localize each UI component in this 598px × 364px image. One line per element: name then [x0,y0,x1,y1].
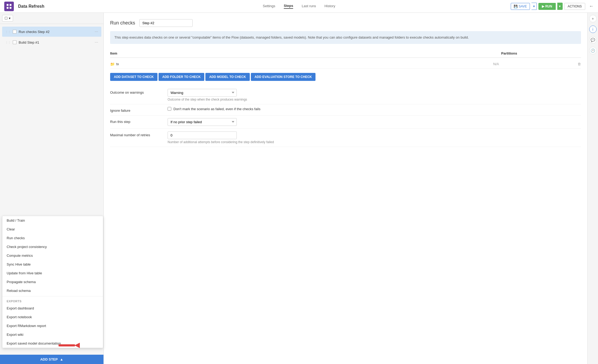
run-button[interactable]: ▶ RUN [538,3,556,10]
add-step-label: ADD STEP [40,357,58,361]
info-text: This step executes data checks on one or… [114,35,469,39]
add-model-button[interactable]: ADD MODEL TO CHECK [205,73,250,81]
svg-marker-4 [74,343,80,348]
top-nav: Settings Steps Last runs History [263,4,335,9]
section-title: Run checks [110,20,135,26]
svg-rect-5 [59,344,75,346]
add-dataset-button[interactable]: ADD DATASET TO CHECK [110,73,157,81]
sidebar: ☐ ▾ ⋮⋮ Run checks Step #2 ··· ⋮⋮ Build S… [0,13,104,364]
nav-settings[interactable]: Settings [263,4,275,9]
max-retries-control: Number of additional attempts before con… [168,131,581,144]
ignore-failure-hint: Don't mark the scenario as failed, even … [173,107,260,111]
outcome-select[interactable]: Warning Error OK [168,89,237,97]
menu-item-export-dashboard[interactable]: Export dashboard [2,304,103,313]
exports-section-label: EXPORTS [2,297,103,304]
menu-item-export-rmarkdown[interactable]: Export RMarkdown report [2,321,103,330]
add-evaluation-button[interactable]: ADD EVALUATION STORE TO CHECK [251,73,316,81]
step-checkbox-1[interactable] [13,40,16,44]
topbar: Data Refresh Settings Steps Last runs Hi… [0,0,598,13]
add-step-button[interactable]: ADD STEP ▲ [0,355,103,364]
run-step-select[interactable]: If no prior step failed Always Never [168,118,237,126]
run-step-row: Run this step If no prior step failed Al… [110,115,581,129]
run-icon: ▶ [542,5,544,8]
app-title: Data Refresh [18,4,44,9]
actions-button[interactable]: ACTIONS [564,3,585,10]
svg-rect-2 [7,7,9,9]
sidebar-top: ☐ ▾ [0,13,103,24]
right-rail: + i 💬 🕐 [587,13,598,364]
info-box: This step executes data checks on one or… [110,31,581,44]
step-label-2: Run checks Step #2 [19,30,93,34]
dropdown-arrow-icon: ▾ [9,16,11,20]
max-retries-input[interactable] [168,131,237,139]
menu-item-check-consistency[interactable]: Check project consistency [2,242,103,251]
step-item-build[interactable]: ⋮⋮ Build Step #1 ··· [2,37,101,47]
step-label-1: Build Step #1 [19,40,93,44]
back-button[interactable]: ← [589,3,594,9]
ignore-failure-checkbox[interactable] [168,107,171,111]
max-retries-row: Maximal number of retries Number of addi… [110,129,581,147]
row-partitions: N/A [493,62,573,66]
nav-last-runs[interactable]: Last runs [302,4,316,9]
checkbox-icon: ☐ [5,16,8,20]
menu-item-build-train[interactable]: Build / Train [2,216,103,225]
col-partitions-header: Partitions [501,51,581,55]
folder-icon: 📁 [110,62,115,66]
save-icon: 💾 [514,5,518,8]
nav-steps[interactable]: Steps [284,4,293,9]
outcome-row: Outcome on warnings Warning Error OK Out… [110,86,581,104]
menu-item-clear[interactable]: Clear [2,225,103,234]
svg-rect-3 [10,7,11,9]
run-step-control: If no prior step failed Always Never [168,118,581,126]
menu-item-propagate-schema[interactable]: Propagate schema [2,278,103,286]
row-item-label: tx [116,62,119,66]
menu-item-export-wiki[interactable]: Export wiki [2,330,103,339]
action-buttons: ADD DATASET TO CHECK ADD FOLDER TO CHECK… [110,73,581,81]
main-layout: ☐ ▾ ⋮⋮ Run checks Step #2 ··· ⋮⋮ Build S… [0,13,598,364]
add-step-arrow-icon: ▲ [60,357,63,361]
delete-row-button[interactable]: 🗑 [573,62,581,66]
form-section: Outcome on warnings Warning Error OK Out… [110,86,581,147]
topbar-actions: 💾 SAVE ▾ ▶ RUN ▾ ACTIONS ← [511,3,594,10]
menu-item-update-hive[interactable]: Update from Hive table [2,269,103,278]
step-item-run-checks[interactable]: ⋮⋮ Run checks Step #2 ··· [2,27,101,37]
rail-add-button[interactable]: + [589,15,597,22]
step-more-button-1[interactable]: ··· [95,40,98,45]
outcome-hint: Outcome of the step when the check produ… [168,98,581,101]
menu-item-reload-schema[interactable]: Reload schema [2,286,103,295]
select-all-checkbox[interactable]: ☐ ▾ [2,15,13,22]
menu-item-compute-metrics[interactable]: Compute metrics [2,251,103,260]
menu-item-export-model-doc[interactable]: Export saved model documentation [2,339,103,348]
rail-clock-button[interactable]: 🕐 [589,47,597,54]
rail-chat-button[interactable]: 💬 [589,36,597,44]
menu-item-sync-hive[interactable]: Sync Hive table [2,260,103,269]
run-step-label: Run this step [110,118,163,124]
col-item-header: Item [110,51,501,55]
drag-handle-icon-1: ⋮⋮ [5,41,11,44]
row-item-name: 📁 tx [110,62,493,66]
ignore-failure-checkbox-row: Don't mark the scenario as failed, even … [168,107,581,111]
max-retries-hint: Number of additional attempts before con… [168,140,581,144]
ignore-failure-control: Don't mark the scenario as failed, even … [168,107,581,111]
run-dropdown-button[interactable]: ▾ [557,3,563,10]
add-step-dropdown: Build / Train Clear Run checks Check pro… [2,216,103,348]
rail-info-button[interactable]: i [589,26,597,33]
step-more-button-2[interactable]: ··· [95,29,98,34]
menu-item-export-notebook[interactable]: Export notebook [2,313,103,321]
drag-handle-icon: ⋮⋮ [5,30,11,33]
step-name-input[interactable] [139,19,193,27]
outcome-label: Outcome on warnings [110,89,163,94]
app-logo[interactable] [4,2,14,11]
max-retries-label: Maximal number of retries [110,131,163,137]
section-header: Run checks [110,19,581,27]
save-dropdown-button[interactable]: ▾ [531,3,537,10]
nav-history[interactable]: History [325,4,335,9]
ignore-failure-label: Ignore failure [110,107,163,113]
arrow-indicator [59,341,80,350]
step-checkbox-2[interactable] [13,30,16,34]
save-button[interactable]: 💾 SAVE [511,3,530,10]
add-folder-button[interactable]: ADD FOLDER TO CHECK [159,73,204,81]
svg-rect-0 [7,4,9,6]
main-content: Run checks This step executes data check… [104,13,587,364]
menu-item-run-checks[interactable]: Run checks [2,234,103,242]
